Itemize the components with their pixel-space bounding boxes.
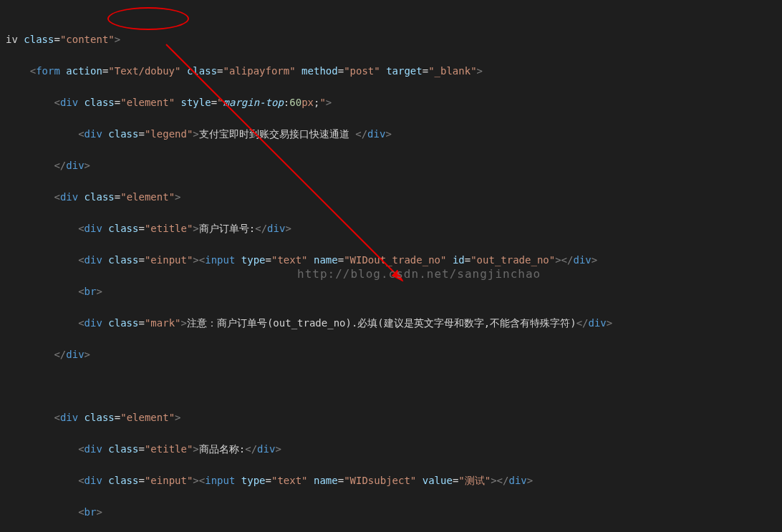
code-editor: iv class="content"> <form action="Text/d…	[0, 0, 782, 532]
code-line: <div class="etitle">商户订单号:</div>	[6, 221, 782, 236]
code-line	[6, 378, 782, 394]
code-line: <br>	[6, 284, 782, 299]
code-line: <div class="element">	[6, 410, 782, 425]
code-line: <div class="einput"><input type="text" n…	[6, 252, 782, 268]
code-line: <div class="element" style="margin-top:6…	[6, 95, 782, 110]
code-line: <div class="mark">注意：商户订单号(out_trade_no)…	[6, 315, 782, 331]
code-line: <div class="legend">支付宝即时到账交易接口快速通道 </di…	[6, 126, 782, 142]
code-line: </div>	[6, 347, 782, 362]
code-line: <div class="etitle">商品名称:</div>	[6, 441, 782, 457]
code-block: iv class="content"> <form action="Text/d…	[0, 16, 782, 532]
code-line: iv class="content">	[6, 32, 782, 47]
code-line: <br>	[6, 504, 782, 520]
code-line: <form action="Text/dobuy" class="alipayf…	[6, 63, 782, 79]
code-line: <div class="element">	[6, 189, 782, 205]
code-line: </div>	[6, 158, 782, 173]
code-line: <div class="einput"><input type="text" n…	[6, 473, 782, 488]
